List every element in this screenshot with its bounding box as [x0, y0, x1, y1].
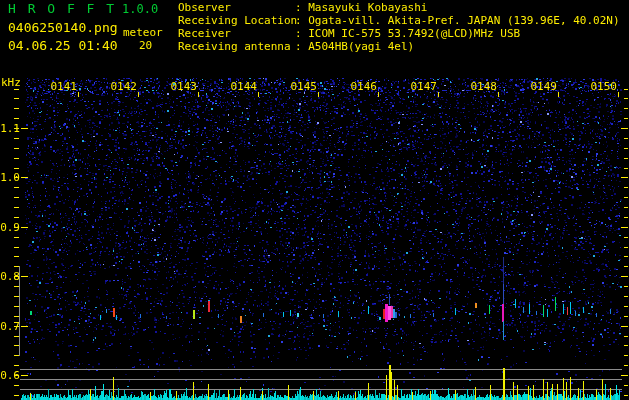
y-axis-unit-label: kHz — [1, 77, 21, 89]
freq-label: 0.9 — [0, 221, 20, 234]
time-label: 0144 — [230, 80, 257, 93]
freq-label: 0.7 — [0, 320, 20, 333]
freq-label: 0.6 — [0, 369, 20, 382]
info-row-location: Receiving Location: Ogata-vill. Akita-Pr… — [178, 15, 620, 27]
info-row-observer: Observer: Masayuki Kobayashi — [178, 2, 427, 14]
info-row-receiver: Receiver: ICOM IC-575 53.7492(@LCD)MHz U… — [178, 28, 520, 40]
info-colon: : — [295, 1, 308, 14]
time-label: 0142 — [110, 80, 137, 93]
echo-count: 20 — [139, 40, 152, 52]
hrofft-output: H R O F F T 1.0.0 0406250140.png meteor … — [0, 0, 629, 400]
output-filename: 0406250140.png — [8, 21, 118, 35]
info-value: Ogata-vill. Akita-Pref. JAPAN (139.96E, … — [308, 14, 619, 27]
info-label: Receiving antenna — [178, 41, 295, 53]
observation-datetime: 04.06.25 01:40 — [8, 39, 118, 53]
info-value: Masayuki Kobayashi — [308, 1, 427, 14]
info-label: Observer — [178, 2, 295, 14]
app-title: H R O F F T — [8, 2, 116, 16]
freq-label: 1.1 — [0, 122, 20, 135]
app-version: 1.0.0 — [122, 3, 158, 16]
info-value: A504HB(yagi 4el) — [308, 40, 414, 53]
observation-mode: meteor — [123, 27, 163, 39]
freq-label: 1.0 — [0, 171, 20, 184]
info-colon: : — [295, 40, 308, 53]
time-label: 0148 — [470, 80, 497, 93]
info-label: Receiving Location — [178, 15, 295, 27]
freq-label: 0.8 — [0, 270, 20, 283]
time-label: 0149 — [530, 80, 557, 93]
time-label: 0147 — [410, 80, 437, 93]
info-row-antenna: Receiving antenna: A504HB(yagi 4el) — [178, 41, 414, 53]
time-label: 0141 — [50, 80, 77, 93]
info-colon: : — [295, 14, 308, 27]
spectrogram-canvas — [0, 0, 629, 400]
time-label: 0150 — [590, 80, 617, 93]
time-label: 0146 — [350, 80, 377, 93]
time-label: 0145 — [290, 80, 317, 93]
info-value: ICOM IC-575 53.7492(@LCD)MHz USB — [308, 27, 520, 40]
info-label: Receiver — [178, 28, 295, 40]
info-colon: : — [295, 27, 308, 40]
time-label: 0143 — [170, 80, 197, 93]
